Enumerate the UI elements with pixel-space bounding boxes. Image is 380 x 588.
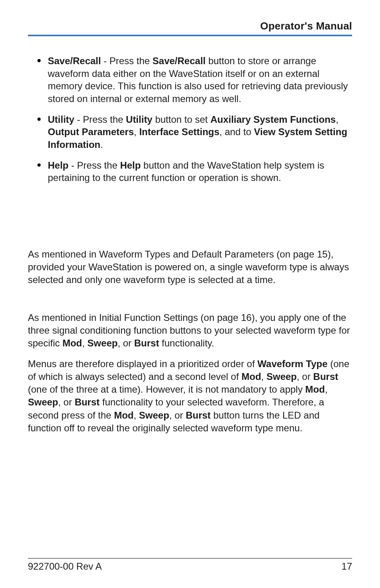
paragraph-initial-settings: As mentioned in Initial Function Setting… xyxy=(28,311,352,350)
footer-doc-rev: 922700-00 Rev A xyxy=(28,561,102,572)
term-help: Help xyxy=(48,160,69,171)
paragraph-menus: Menus are therefore displayed in a prior… xyxy=(28,358,352,435)
feature-bullet-list: Save/Recall - Press the Save/Recall butt… xyxy=(28,55,352,184)
bullet-save-recall: Save/Recall - Press the Save/Recall butt… xyxy=(38,55,352,105)
header-title: Operator's Manual xyxy=(260,20,352,32)
page-header: Operator's Manual xyxy=(28,20,352,36)
bullet-utility: Utility - Press the Utility button to se… xyxy=(38,113,352,151)
paragraph-waveform-types: As mentioned in Waveform Types and Defau… xyxy=(28,248,352,286)
bullet-help: Help - Press the Help button and the Wav… xyxy=(38,159,352,184)
footer-page-number: 17 xyxy=(341,561,352,572)
term-utility: Utility xyxy=(48,114,74,125)
page-footer: 922700-00 Rev A 17 xyxy=(28,558,352,572)
term-save-recall: Save/Recall xyxy=(48,55,101,66)
